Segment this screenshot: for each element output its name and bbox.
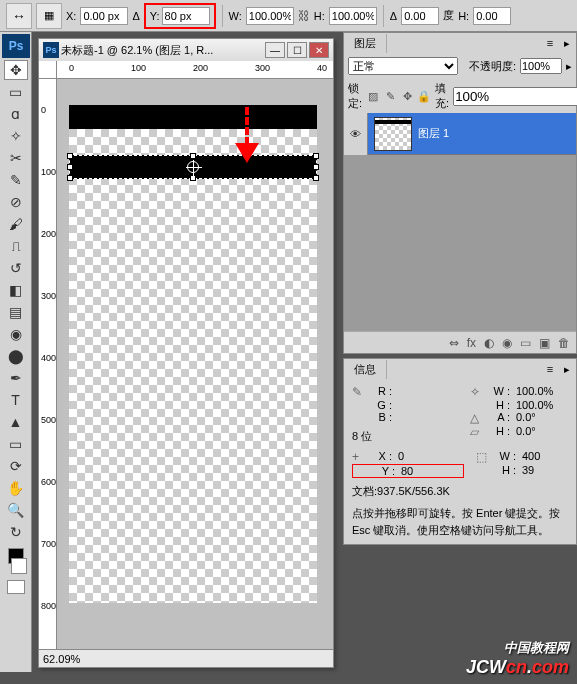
zoom-level[interactable]: 62.09%: [43, 653, 80, 665]
h-input[interactable]: [329, 7, 377, 25]
move-tool[interactable]: ✥: [4, 60, 28, 80]
mask-icon[interactable]: ◐: [484, 336, 494, 350]
fx-icon[interactable]: fx: [467, 336, 476, 350]
h-label: H:: [314, 10, 325, 22]
link-icon[interactable]: ⛓: [298, 9, 310, 23]
skew-icon: ▱: [470, 425, 484, 439]
right-panels: 图层 ≡ ▸ 正常 不透明度: ▸ 锁定: ▨ ✎ ✥ 🔒 填充: ▸: [343, 32, 577, 549]
document-window: Ps 未标题-1 @ 62.1% (图层 1, R... — ☐ ✕ 0 100…: [38, 38, 334, 668]
info-panel: 信息 ≡ ▸ ✎R : G : B : 8 位 ✧W :100.0% H :10…: [343, 358, 577, 545]
x-input[interactable]: [80, 7, 128, 25]
transform-center-icon[interactable]: [187, 161, 199, 173]
skew-h-input[interactable]: [473, 7, 511, 25]
y-group-highlight: Y:: [144, 3, 216, 29]
lock-all-icon[interactable]: 🔒: [417, 89, 431, 103]
angle-unit: 度: [443, 8, 454, 23]
clone-stamp-tool[interactable]: ⎍: [4, 236, 28, 256]
new-layer-icon[interactable]: ▣: [539, 336, 550, 350]
maximize-button[interactable]: ☐: [287, 42, 307, 58]
y-input[interactable]: [162, 7, 210, 25]
y-label: Y:: [150, 10, 160, 22]
background-color[interactable]: [11, 558, 27, 574]
hand-tool[interactable]: ✋: [4, 478, 28, 498]
x-label: X:: [66, 10, 76, 22]
layers-panel-header: 图层 ≡ ▸: [344, 33, 576, 53]
opacity-input[interactable]: [520, 58, 562, 74]
link-layers-icon[interactable]: ⇔: [449, 336, 459, 350]
adjustment-layer-icon[interactable]: ◉: [502, 336, 512, 350]
eraser-tool[interactable]: ◧: [4, 280, 28, 300]
visibility-toggle-icon[interactable]: 👁: [344, 113, 368, 155]
history-brush-tool[interactable]: ↺: [4, 258, 28, 278]
panel-menu-icon[interactable]: ≡: [542, 363, 558, 375]
canvas-area[interactable]: [57, 79, 333, 649]
lock-pixels-icon[interactable]: ✎: [383, 89, 397, 103]
3d-tool[interactable]: ⟳: [4, 456, 28, 476]
ruler-corner: [39, 61, 57, 79]
opacity-flyout-icon[interactable]: ▸: [566, 60, 572, 73]
rotate-view-tool[interactable]: ↻: [4, 522, 28, 542]
layer-thumbnail[interactable]: [374, 117, 412, 151]
layer-row[interactable]: 👁 图层 1: [344, 113, 576, 155]
options-bar: ↔ ▦ X: Δ Y: W: ⛓ H: Δ 度 H:: [0, 0, 577, 32]
tools-panel: Ps ✥ ▭ ɑ ✧ ✂ ✎ ⊘ 🖌 ⎍ ↺ ◧ ▤ ◉ ⬤ ✒ T ▲ ▭ ⟳…: [0, 32, 32, 672]
skew-h-label: H:: [458, 10, 469, 22]
path-selection-tool[interactable]: ▲: [4, 412, 28, 432]
crosshair-icon: +: [352, 450, 366, 464]
zoom-tool[interactable]: 🔍: [4, 500, 28, 520]
document-statusbar: 62.09%: [39, 649, 333, 667]
reference-point-grid[interactable]: ▦: [36, 3, 62, 29]
minimize-button[interactable]: —: [265, 42, 285, 58]
marquee-tool[interactable]: ▭: [4, 82, 28, 102]
pen-tool[interactable]: ✒: [4, 368, 28, 388]
layers-list[interactable]: 👁 图层 1: [344, 113, 576, 331]
info-panel-header: 信息 ≡ ▸: [344, 359, 576, 379]
layers-panel: 图层 ≡ ▸ 正常 不透明度: ▸ 锁定: ▨ ✎ ✥ 🔒 填充: ▸: [343, 32, 577, 354]
panel-collapse-icon[interactable]: ▸: [558, 37, 576, 50]
lasso-tool[interactable]: ɑ: [4, 104, 28, 124]
panel-menu-icon[interactable]: ≡: [542, 37, 558, 49]
layers-tab[interactable]: 图层: [344, 34, 387, 53]
w-input[interactable]: [246, 7, 294, 25]
angle-input[interactable]: [401, 7, 439, 25]
color-swatches[interactable]: [0, 548, 31, 574]
blend-mode-select[interactable]: 正常: [348, 57, 458, 75]
transform-tool-icon[interactable]: ↔: [6, 3, 32, 29]
crop-tool[interactable]: ✂: [4, 148, 28, 168]
delete-layer-icon[interactable]: 🗑: [558, 336, 570, 350]
ps-doc-icon: Ps: [43, 42, 59, 58]
dimensions-icon: ✧: [470, 385, 484, 399]
fill-label: 填充:: [435, 81, 449, 111]
angle-icon: Δ: [390, 10, 397, 22]
document-size: 文档:937.5K/556.3K: [352, 484, 568, 499]
annotation-arrow-head-icon: [235, 143, 259, 163]
document-titlebar[interactable]: Ps 未标题-1 @ 62.1% (图层 1, R... — ☐ ✕: [39, 39, 333, 61]
layer-name[interactable]: 图层 1: [418, 126, 449, 141]
info-hint-text: 点按并拖移即可旋转。按 Enter 键提交。按 Esc 键取消。使用空格键访问导…: [352, 505, 568, 538]
y-info-highlight: Y :80: [352, 464, 464, 478]
panel-collapse-icon[interactable]: ▸: [558, 363, 576, 376]
lock-transparency-icon[interactable]: ▨: [366, 89, 380, 103]
lock-position-icon[interactable]: ✥: [400, 89, 414, 103]
ps-logo-icon: Ps: [2, 34, 30, 58]
fill-input[interactable]: [453, 87, 577, 106]
type-tool[interactable]: T: [4, 390, 28, 410]
magic-wand-tool[interactable]: ✧: [4, 126, 28, 146]
quick-mask-toggle[interactable]: [7, 580, 25, 594]
blur-tool[interactable]: ◉: [4, 324, 28, 344]
close-button[interactable]: ✕: [309, 42, 329, 58]
eyedropper-tool[interactable]: ✎: [4, 170, 28, 190]
shape-tool[interactable]: ▭: [4, 434, 28, 454]
dodge-tool[interactable]: ⬤: [4, 346, 28, 366]
info-tab[interactable]: 信息: [344, 360, 387, 379]
group-icon[interactable]: ▭: [520, 336, 531, 350]
delta-icon: Δ: [132, 10, 139, 22]
gradient-tool[interactable]: ▤: [4, 302, 28, 322]
lock-label: 锁定:: [348, 81, 362, 111]
horizontal-ruler[interactable]: 0 100 200 300 40: [57, 61, 333, 79]
angle-icon: △: [470, 411, 484, 425]
brush-tool[interactable]: 🖌: [4, 214, 28, 234]
vertical-ruler[interactable]: 0 100 200 300 400 500 600 700 800: [39, 79, 57, 649]
black-rectangle-transformed[interactable]: [69, 155, 317, 179]
healing-brush-tool[interactable]: ⊘: [4, 192, 28, 212]
